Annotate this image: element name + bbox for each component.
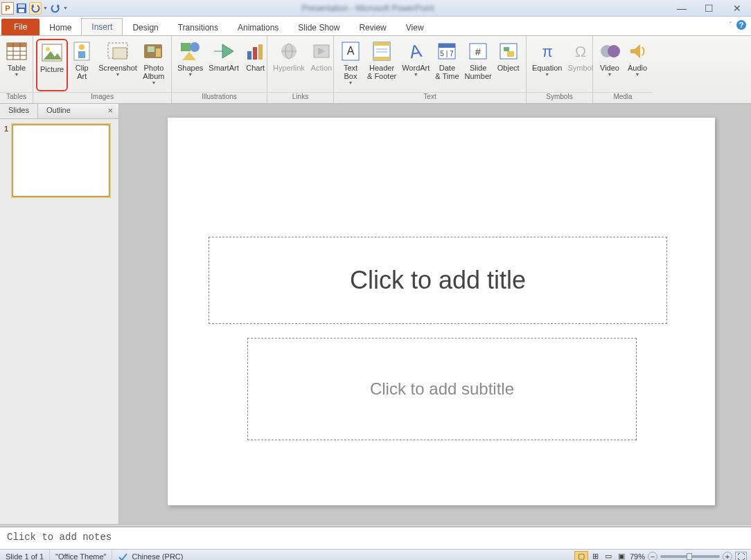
maximize-button[interactable]: ☐ bbox=[696, 0, 723, 17]
slideshow-view-icon[interactable]: ▣ bbox=[616, 552, 627, 560]
redo-icon[interactable] bbox=[49, 2, 62, 15]
save-icon[interactable] bbox=[15, 2, 28, 15]
table-button[interactable]: Table ▼ bbox=[3, 39, 30, 91]
slide-thumbnail[interactable]: 1 bbox=[4, 125, 114, 197]
photoalbum-button[interactable]: Photo Album ▼ bbox=[140, 39, 168, 91]
group-label-links: Links bbox=[267, 92, 333, 103]
panel-close-icon[interactable]: × bbox=[102, 104, 118, 118]
wordart-button[interactable]: A WordArt ▼ bbox=[399, 39, 432, 91]
video-button[interactable]: Video ▼ bbox=[596, 39, 624, 91]
textbox-button[interactable]: A Text Box ▼ bbox=[337, 39, 364, 91]
help-icon[interactable]: ? bbox=[736, 19, 747, 30]
svg-point-22 bbox=[190, 42, 200, 52]
ribbon-insert: Table ▼ Tables Picture Clip Art bbox=[0, 36, 751, 104]
zoom-slider-thumb[interactable] bbox=[687, 553, 692, 560]
tab-transitions[interactable]: Transitions bbox=[168, 19, 228, 35]
subtitle-placeholder[interactable]: Click to add subtitle bbox=[247, 338, 637, 440]
object-label: Object bbox=[497, 64, 520, 72]
zoom-in-icon[interactable]: + bbox=[723, 552, 732, 561]
headerfooter-icon bbox=[371, 40, 393, 62]
zoom-out-icon[interactable]: − bbox=[648, 552, 657, 561]
notes-placeholder-text: Click to add notes bbox=[7, 532, 112, 543]
tab-file[interactable]: File bbox=[1, 19, 39, 35]
picture-icon bbox=[41, 42, 63, 64]
view-buttons: ▢ ⊞ ▭ ▣ bbox=[574, 552, 627, 560]
smartart-icon bbox=[213, 40, 235, 62]
tab-slides[interactable]: Slides bbox=[0, 104, 38, 118]
notes-pane[interactable]: Click to add notes bbox=[0, 527, 751, 549]
tab-animations[interactable]: Animations bbox=[228, 19, 288, 35]
svg-rect-33 bbox=[373, 42, 390, 46]
undo-dropdown[interactable]: ▼ bbox=[43, 6, 48, 10]
slide-panel-tabs: Slides Outline × bbox=[0, 104, 118, 119]
zoom-slider[interactable] bbox=[660, 555, 720, 558]
svg-text:π: π bbox=[542, 43, 552, 60]
audio-button[interactable]: Audio ▼ bbox=[624, 39, 651, 91]
slide-canvas[interactable]: Click to add title Click to add subtitle bbox=[168, 118, 715, 505]
svg-text:?: ? bbox=[739, 21, 744, 29]
zoom-level[interactable]: 79% bbox=[630, 552, 645, 561]
slidenumber-label: Slide Number bbox=[465, 64, 492, 80]
audio-dropdown-icon: ▼ bbox=[635, 72, 640, 77]
status-theme[interactable]: "Office Theme" bbox=[50, 550, 112, 560]
svg-rect-25 bbox=[258, 44, 263, 60]
title-placeholder[interactable]: Click to add title bbox=[209, 237, 667, 324]
action-icon bbox=[310, 40, 333, 62]
svg-text:Ω: Ω bbox=[575, 43, 586, 60]
tab-home[interactable]: Home bbox=[39, 19, 81, 35]
tab-design[interactable]: Design bbox=[123, 19, 168, 35]
smartart-button[interactable]: SmartArt bbox=[206, 39, 241, 91]
spellcheck-icon[interactable] bbox=[118, 552, 127, 561]
object-button[interactable]: Object bbox=[495, 39, 522, 91]
minimize-button[interactable]: — bbox=[668, 0, 696, 17]
tab-insert[interactable]: Insert bbox=[81, 18, 123, 35]
screenshot-label: Screenshot bbox=[98, 64, 137, 72]
tab-view[interactable]: View bbox=[396, 19, 434, 35]
reading-view-icon[interactable]: ▭ bbox=[603, 552, 614, 560]
qat-customize[interactable]: ▼ bbox=[63, 6, 68, 10]
app-icon[interactable]: P bbox=[1, 2, 14, 15]
undo-icon[interactable] bbox=[29, 2, 42, 15]
status-language[interactable]: Chinese (PRC) bbox=[132, 552, 183, 561]
shapes-button[interactable]: Shapes ▼ bbox=[175, 39, 206, 91]
wordart-dropdown-icon: ▼ bbox=[414, 72, 418, 77]
clipart-button[interactable]: Clip Art bbox=[68, 39, 96, 91]
photoalbum-dropdown-icon: ▼ bbox=[151, 80, 156, 85]
svg-rect-24 bbox=[253, 47, 257, 60]
slide-editor[interactable]: Click to add title Click to add subtitle bbox=[119, 104, 751, 524]
datetime-button[interactable]: 5 | 7 Date & Time bbox=[432, 39, 461, 91]
slidenumber-button[interactable]: # Slide Number bbox=[462, 39, 495, 91]
tab-outline[interactable]: Outline bbox=[38, 104, 79, 118]
svg-text:#: # bbox=[475, 46, 481, 57]
svg-point-12 bbox=[46, 47, 50, 51]
svg-rect-6 bbox=[7, 43, 26, 47]
thumbnail-list: 1 bbox=[0, 119, 118, 202]
quick-access-toolbar: P ▼ ▼ bbox=[0, 2, 68, 15]
chart-button[interactable]: Chart bbox=[242, 39, 270, 91]
symbol-label: Symbol bbox=[567, 64, 593, 72]
headerfooter-label: Header & Footer bbox=[367, 64, 396, 80]
sorter-view-icon[interactable]: ⊞ bbox=[590, 552, 601, 560]
svg-rect-23 bbox=[247, 51, 251, 60]
equation-button[interactable]: π Equation ▼ bbox=[529, 39, 565, 91]
status-slide[interactable]: Slide 1 of 1 bbox=[0, 550, 50, 560]
group-label-text: Text bbox=[334, 92, 526, 103]
svg-text:5 | 7: 5 | 7 bbox=[441, 50, 454, 57]
wordart-label: WordArt bbox=[402, 64, 430, 72]
normal-view-icon[interactable]: ▢ bbox=[574, 551, 588, 560]
tab-review[interactable]: Review bbox=[349, 19, 396, 35]
picture-button[interactable]: Picture bbox=[36, 39, 68, 91]
svg-rect-39 bbox=[439, 44, 455, 48]
svg-point-14 bbox=[79, 44, 85, 50]
minimize-ribbon-icon[interactable]: ˇ bbox=[730, 21, 732, 29]
tab-slideshow[interactable]: Slide Show bbox=[288, 19, 349, 35]
headerfooter-button[interactable]: Header & Footer bbox=[364, 39, 399, 91]
symbol-button: Ω Symbol bbox=[565, 39, 596, 91]
action-label: Action bbox=[311, 64, 333, 72]
slide-thumbnail-number: 1 bbox=[4, 125, 12, 197]
video-dropdown-icon: ▼ bbox=[608, 72, 612, 77]
hyperlink-icon bbox=[278, 40, 300, 62]
screenshot-button[interactable]: Screenshot ▼ bbox=[96, 39, 140, 91]
fit-window-icon[interactable]: ⛶ bbox=[735, 552, 747, 561]
close-button[interactable]: ✕ bbox=[723, 0, 751, 17]
